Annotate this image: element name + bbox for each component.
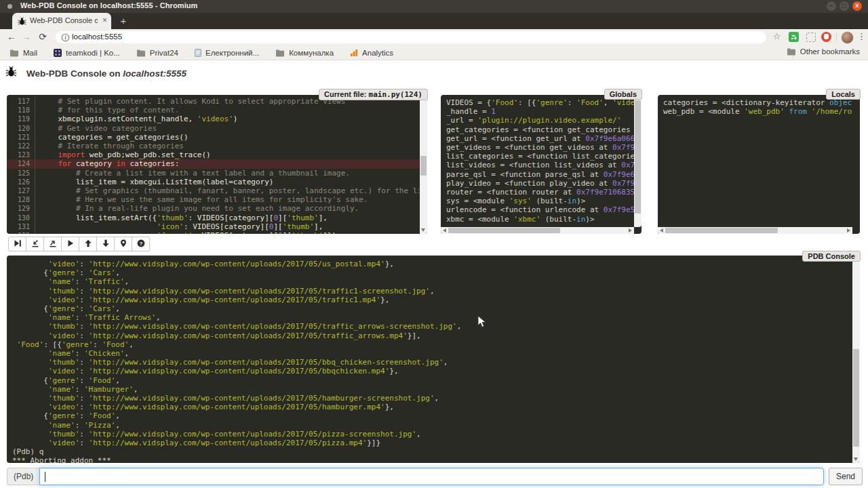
code-text: 'fanart': VIDEOS[category][0]['thumb']}) <box>35 231 336 234</box>
scroll-right-icon[interactable] <box>629 228 632 232</box>
code-line: 125 # Create a list item with a text lab… <box>7 169 419 178</box>
line-number: 128 <box>7 195 35 204</box>
bookmark-label: Коммуналка <box>289 49 334 57</box>
bookmark-item[interactable]: Коммуналка <box>275 49 334 57</box>
console-line: 'video': 'http://www.vidsplay.com/wp-con… <box>12 403 852 411</box>
globals-vertical-scrollbar[interactable] <box>634 95 642 227</box>
minimize-button[interactable]: − <box>827 1 836 11</box>
close-button[interactable]: × <box>852 1 862 11</box>
globals-line: xbmc = <module 'xbmc' (built-in)> <box>446 215 634 224</box>
code-text: import web_pdb;web_pdb.set_trace() <box>35 150 211 159</box>
scroll-left-icon[interactable] <box>660 228 663 232</box>
code-line: 126 list_item = xbmcgui.ListItem(label=c… <box>7 178 419 186</box>
console-line: 'thumb': 'http://www.vidsplay.com/wp-con… <box>12 322 852 331</box>
globals-line: sys = <module 'sys' (built-in)> <box>446 197 634 205</box>
address-text: localhost:5555 <box>72 33 122 41</box>
adblock-hand-icon[interactable] <box>821 32 831 42</box>
code-line: 129 # In a real-life plugin you need to … <box>7 204 419 213</box>
play-icon <box>66 239 75 249</box>
document-icon <box>195 49 201 57</box>
down-button[interactable] <box>96 237 115 251</box>
step-button[interactable] <box>26 237 44 251</box>
code-line: 119 xbmcplugin.setContent(_handle, 'vide… <box>7 115 419 123</box>
page-title: Web-PDB Console on localhost:5555 <box>26 68 186 79</box>
console-vertical-scrollbar[interactable] <box>852 256 860 463</box>
bookmark-item[interactable]: Електронний... <box>195 49 259 57</box>
scrollbar-thumb[interactable] <box>420 156 427 176</box>
tab-web-pdb-console[interactable]: Web-PDB Console on loca × <box>12 13 111 29</box>
console-line: 'Food': [{'genre': 'Food', <box>12 340 852 349</box>
code-text: # Create a list item with a text label a… <box>35 169 350 178</box>
site-info-icon[interactable] <box>61 33 70 45</box>
help-button[interactable]: ? <box>132 237 150 251</box>
console-line: 'name': 'Pizza', <box>12 421 852 430</box>
console-line: {'genre': 'Cars', <box>12 268 852 277</box>
bookmark-item[interactable]: Analytics <box>350 49 393 57</box>
bookmark-item[interactable]: teamkodi | Ko... <box>54 49 120 57</box>
code-text: # Here we use the same image for all ite… <box>35 195 368 204</box>
map-marker-icon <box>119 239 127 249</box>
other-bookmarks-button[interactable]: Other bookmarks <box>787 47 860 56</box>
code-line: 121 categories = get_categories() <box>7 133 419 142</box>
bookmark-star-icon[interactable]: ☆ <box>773 31 781 41</box>
dashed-square-icon[interactable] <box>806 33 816 42</box>
scrollbar-thumb[interactable] <box>635 100 641 214</box>
locals-horizontal-scrollbar[interactable] <box>658 227 852 234</box>
window-title: Web-PDB Console on localhost:5555 - Chro… <box>20 1 198 9</box>
where-button[interactable] <box>114 237 132 251</box>
console-line: 'thumb': 'http://www.vidsplay.com/wp-con… <box>12 394 852 403</box>
forward-button[interactable]: → <box>20 31 33 43</box>
pdb-command-input[interactable] <box>39 468 824 485</box>
line-number: 131 <box>7 222 35 231</box>
continue-button[interactable] <box>61 237 79 251</box>
mouse-cursor <box>477 315 486 331</box>
address-bar[interactable]: localhost:5555 <box>56 31 766 43</box>
profile-avatar[interactable] <box>841 31 854 44</box>
tab-close-icon[interactable]: × <box>102 16 107 25</box>
browser-menu-icon[interactable]: ⋮ <box>857 31 866 41</box>
console-line: 'name': 'Traffic', <box>12 277 852 286</box>
maximize-button[interactable]: ▢ <box>840 1 849 11</box>
new-tab-button[interactable]: + <box>118 16 129 26</box>
return-button[interactable] <box>43 237 62 251</box>
globals-horizontal-scrollbar[interactable] <box>441 227 634 234</box>
folder-icon <box>136 49 146 57</box>
svg-text:?: ? <box>139 240 142 246</box>
next-button[interactable] <box>8 237 26 251</box>
scrollbar-thumb[interactable] <box>665 228 778 233</box>
globals-view: VIDEOS = {'Food': [{'genre': 'Food', 'vi… <box>441 95 634 227</box>
code-view: 117 # Set plugin content. It allows Kodi… <box>7 97 419 234</box>
globals-line: _handle = 1 <box>446 107 634 116</box>
scrollbar-thumb[interactable] <box>448 228 560 233</box>
back-button[interactable]: ← <box>5 31 18 43</box>
current-file-name: main.py(124) <box>369 90 422 99</box>
line-number: 129 <box>7 204 35 213</box>
scroll-left-icon[interactable] <box>443 228 446 232</box>
folder-icon <box>275 49 285 57</box>
bookmark-item[interactable]: Mail <box>9 49 37 57</box>
send-button[interactable]: Send <box>829 468 863 485</box>
bookmark-label: teamkodi | Ko... <box>66 49 120 57</box>
console-line: {'genre': 'Food', <box>12 376 852 385</box>
line-number: 123 <box>7 150 35 159</box>
tab-title: Web-PDB Console on loca <box>30 16 98 24</box>
scroll-down-icon[interactable] <box>854 458 858 461</box>
scrollbar-thumb[interactable] <box>853 349 859 447</box>
console-line: 'thumb': 'http://www.vidsplay.com/wp-con… <box>12 430 852 439</box>
bookmarks-bar-items: Mailteamkodi | Ko...Privat24Електронний.… <box>9 49 410 57</box>
scroll-down-icon[interactable] <box>421 228 425 232</box>
up-button[interactable] <box>79 237 97 251</box>
code-vertical-scrollbar[interactable] <box>420 95 427 234</box>
code-text: categories = get_categories() <box>35 133 189 142</box>
savefrom-icon[interactable] <box>789 32 799 42</box>
console-line: 'name': 'Chicken', <box>12 349 852 358</box>
globals-line: urlencode = <function urlencode at 0x7f9… <box>446 205 634 214</box>
scroll-right-icon[interactable] <box>847 228 850 232</box>
code-text: # Set plugin content. It allows Kodi to … <box>35 97 345 106</box>
console-line: (Pdb) q <box>12 447 852 456</box>
reload-button[interactable]: ⟳ <box>37 31 49 43</box>
code-text: for category in categories: <box>35 159 179 168</box>
app-dot-icon <box>7 4 12 9</box>
bookmarks-bar: Mailteamkodi | Ko...Privat24Електронний.… <box>0 45 868 60</box>
bookmark-item[interactable]: Privat24 <box>136 49 178 57</box>
